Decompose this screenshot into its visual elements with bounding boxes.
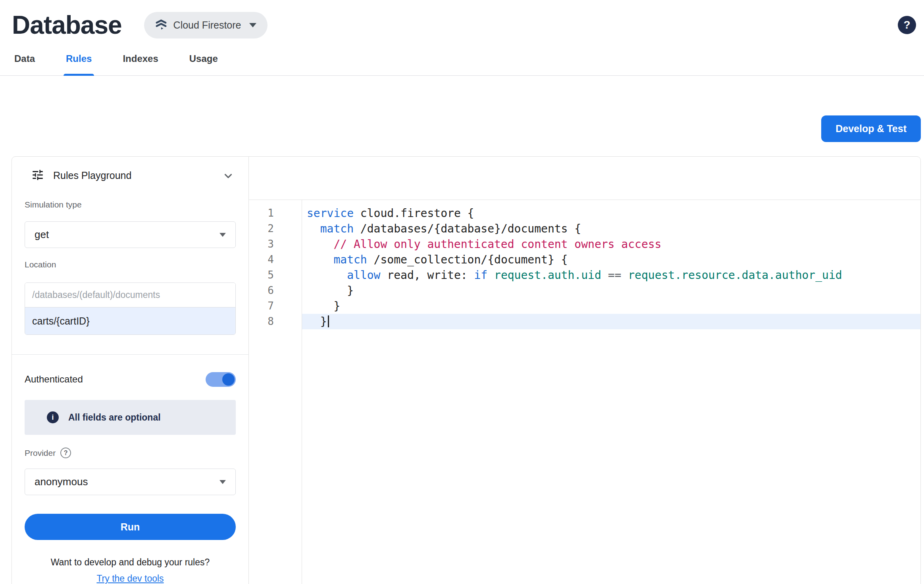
playground-header[interactable]: Rules Playground bbox=[12, 157, 248, 194]
line-number: 1 bbox=[249, 206, 302, 221]
rules-playground-panel: Rules Playground Simulation type get Loc… bbox=[12, 157, 249, 584]
code-line-7[interactable]: } bbox=[302, 298, 920, 314]
tab-bar: Data Rules Indexes Usage bbox=[0, 42, 924, 76]
location-input-group: /databases/(default)/documents bbox=[25, 282, 236, 335]
line-number: 7 bbox=[249, 298, 302, 314]
dev-tools-question: Want to develop and debug your rules? bbox=[25, 557, 236, 568]
provider-label-row: Provider ? bbox=[25, 448, 236, 458]
simulation-type-value: get bbox=[35, 229, 49, 241]
toggle-knob bbox=[222, 373, 235, 386]
provider-select[interactable]: anonymous bbox=[25, 469, 236, 495]
run-button[interactable]: Run bbox=[25, 514, 236, 540]
tab-rules[interactable]: Rules bbox=[64, 42, 94, 75]
firebase-console-page: Database Cloud Firestore ? Data Rules In… bbox=[0, 0, 924, 584]
code-line-5[interactable]: allow read, write: if request.auth.uid =… bbox=[302, 267, 920, 283]
simulation-type-label: Simulation type bbox=[25, 200, 236, 209]
editor-toolbar bbox=[249, 157, 920, 200]
line-number: 8 bbox=[249, 314, 302, 329]
chevron-down-icon bbox=[219, 233, 226, 237]
playground-title: Rules Playground bbox=[53, 170, 131, 181]
dev-tools-link[interactable]: Try the dev tools bbox=[96, 573, 164, 584]
info-banner: i All fields are optional bbox=[25, 400, 236, 435]
simulation-type-select[interactable]: get bbox=[25, 221, 236, 248]
tab-data[interactable]: Data bbox=[12, 42, 37, 75]
code-line-3[interactable]: // Allow only authenticated content owne… bbox=[302, 236, 920, 252]
provider-value: anonymous bbox=[35, 476, 88, 488]
line-number: 3 bbox=[249, 236, 302, 252]
info-banner-text: All fields are optional bbox=[68, 412, 161, 423]
provider-label: Provider bbox=[25, 448, 56, 458]
line-number: 5 bbox=[249, 267, 302, 283]
location-prefix: /databases/(default)/documents bbox=[25, 283, 235, 307]
text-cursor bbox=[328, 315, 329, 327]
chevron-down-icon bbox=[249, 23, 256, 27]
code-line-8[interactable]: } bbox=[302, 314, 920, 329]
code-line-2[interactable]: match /databases/{database}/documents { bbox=[302, 221, 920, 236]
auth-section: Authenticated i All fields are optional … bbox=[12, 355, 248, 584]
authenticated-toggle[interactable] bbox=[206, 372, 236, 387]
editor-gutter: 12345678 bbox=[249, 200, 302, 584]
code-line-4[interactable]: match /some_collection/{document} { bbox=[302, 252, 920, 267]
firestore-icon bbox=[155, 19, 167, 32]
page-title: Database bbox=[12, 10, 122, 40]
rules-panel: Rules Playground Simulation type get Loc… bbox=[12, 156, 921, 584]
location-label: Location bbox=[25, 260, 236, 269]
database-selector-label: Cloud Firestore bbox=[173, 19, 241, 31]
code-line-6[interactable]: } bbox=[302, 283, 920, 298]
location-input[interactable] bbox=[25, 307, 235, 334]
info-icon: i bbox=[47, 411, 59, 423]
tab-usage[interactable]: Usage bbox=[187, 42, 220, 75]
page-header: Database Cloud Firestore ? bbox=[0, 0, 924, 42]
database-selector-chip[interactable]: Cloud Firestore bbox=[144, 12, 268, 38]
line-number: 4 bbox=[249, 252, 302, 267]
playground-form: Simulation type get Location /databases/… bbox=[12, 194, 248, 335]
line-number: 6 bbox=[249, 283, 302, 298]
rules-editor: 12345678 service cloud.firestore { match… bbox=[249, 157, 920, 584]
tab-indexes[interactable]: Indexes bbox=[120, 42, 160, 75]
authenticated-row: Authenticated bbox=[25, 371, 236, 387]
actions-row: Develop & Test bbox=[0, 76, 924, 156]
authenticated-label: Authenticated bbox=[25, 374, 83, 385]
editor-body[interactable]: 12345678 service cloud.firestore { match… bbox=[249, 200, 920, 584]
question-mark-icon: ? bbox=[903, 19, 910, 31]
code-line-1[interactable]: service cloud.firestore { bbox=[302, 206, 920, 221]
tune-icon bbox=[31, 168, 44, 183]
editor-code[interactable]: service cloud.firestore { match /databas… bbox=[302, 200, 920, 584]
collapse-chevron-icon[interactable] bbox=[222, 170, 234, 182]
line-number: 2 bbox=[249, 221, 302, 236]
develop-test-button[interactable]: Develop & Test bbox=[821, 115, 921, 142]
chevron-down-icon bbox=[219, 480, 226, 484]
help-button[interactable]: ? bbox=[898, 16, 916, 34]
help-circle-icon[interactable]: ? bbox=[60, 448, 71, 458]
